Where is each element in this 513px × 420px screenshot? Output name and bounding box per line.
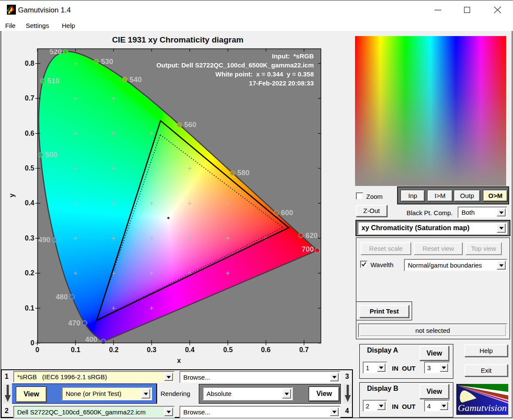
svg-text:White point: x = 0.344 y = 0: White point: x = 0.344 y = 0.358 [216, 70, 314, 78]
svg-text:620: 620 [306, 231, 318, 240]
svg-text:540: 540 [130, 76, 142, 84]
svg-text:Input: *sRGB: Input: *sRGB [272, 52, 314, 60]
svg-text:700: 700 [302, 245, 314, 253]
svg-text:480: 480 [56, 293, 68, 301]
svg-text:490: 490 [38, 236, 50, 244]
svg-text:580: 580 [237, 169, 249, 177]
svg-text:Output: Dell S2722QC_100cd_650: Output: Dell S2722QC_100cd_6500K_gamma22… [156, 61, 314, 69]
svg-text:Gamutvision: Gamutvision [458, 402, 507, 413]
svg-text:530: 530 [101, 58, 113, 66]
svg-text:600: 600 [281, 209, 293, 217]
svg-text:17-Feb-2022 20:08:33: 17-Feb-2022 20:08:33 [249, 79, 314, 87]
svg-text:510: 510 [47, 77, 59, 85]
svg-text:560: 560 [184, 121, 196, 129]
svg-text:470: 470 [68, 319, 80, 327]
svg-text:500: 500 [45, 151, 57, 159]
svg-text:400: 400 [85, 335, 97, 344]
